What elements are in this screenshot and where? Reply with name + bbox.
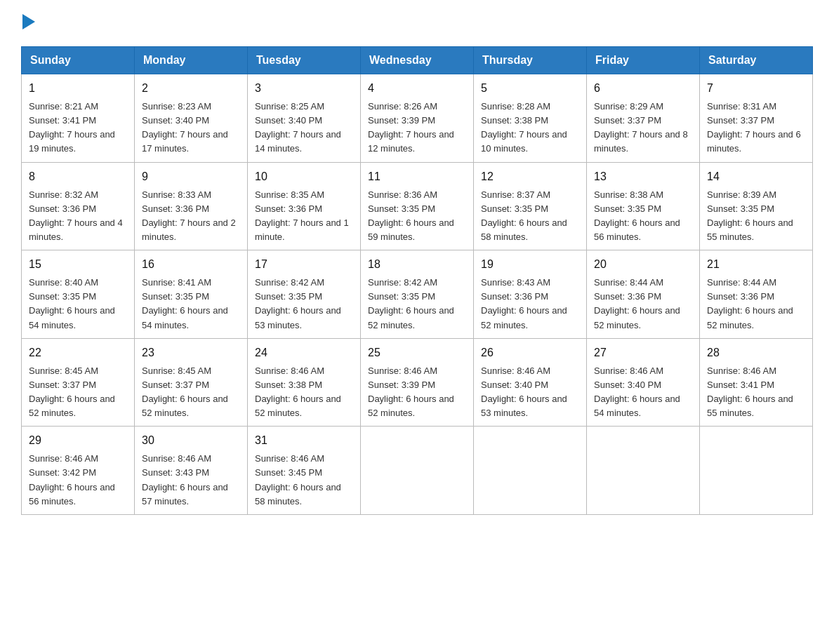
column-header-friday: Friday — [587, 47, 700, 74]
calendar-cell: 20 Sunrise: 8:44 AMSunset: 3:36 PMDaylig… — [587, 250, 700, 339]
calendar-cell: 7 Sunrise: 8:31 AMSunset: 3:37 PMDayligh… — [700, 74, 813, 163]
day-number: 4 — [368, 80, 466, 97]
day-number: 10 — [255, 168, 353, 185]
calendar-cell: 10 Sunrise: 8:35 AMSunset: 3:36 PMDaylig… — [248, 162, 361, 250]
calendar-cell: 13 Sunrise: 8:38 AMSunset: 3:35 PMDaylig… — [587, 162, 700, 250]
calendar-cell: 1 Sunrise: 8:21 AMSunset: 3:41 PMDayligh… — [22, 74, 135, 163]
svg-marker-0 — [22, 14, 35, 29]
calendar-cell: 23 Sunrise: 8:45 AMSunset: 3:37 PMDaylig… — [135, 338, 248, 427]
calendar-cell: 3 Sunrise: 8:25 AMSunset: 3:40 PMDayligh… — [248, 74, 361, 163]
day-info: Sunrise: 8:45 AMSunset: 3:37 PMDaylight:… — [142, 365, 228, 418]
day-number: 19 — [481, 256, 579, 273]
column-header-wednesday: Wednesday — [361, 47, 474, 74]
column-header-sunday: Sunday — [22, 47, 135, 74]
day-number: 24 — [255, 344, 353, 361]
day-info: Sunrise: 8:43 AMSunset: 3:36 PMDaylight:… — [481, 277, 567, 330]
day-info: Sunrise: 8:44 AMSunset: 3:36 PMDaylight:… — [594, 277, 680, 330]
calendar-cell: 8 Sunrise: 8:32 AMSunset: 3:36 PMDayligh… — [22, 162, 135, 250]
calendar-header-row: SundayMondayTuesdayWednesdayThursdayFrid… — [22, 47, 813, 74]
day-info: Sunrise: 8:46 AMSunset: 3:38 PMDaylight:… — [255, 365, 341, 418]
calendar-cell — [474, 427, 587, 515]
day-info: Sunrise: 8:38 AMSunset: 3:35 PMDaylight:… — [594, 189, 680, 242]
day-info: Sunrise: 8:32 AMSunset: 3:36 PMDaylight:… — [29, 189, 123, 242]
column-header-tuesday: Tuesday — [248, 47, 361, 74]
calendar-cell: 29 Sunrise: 8:46 AMSunset: 3:42 PMDaylig… — [22, 427, 135, 515]
column-header-monday: Monday — [135, 47, 248, 74]
day-info: Sunrise: 8:35 AMSunset: 3:36 PMDaylight:… — [255, 189, 349, 242]
day-info: Sunrise: 8:28 AMSunset: 3:38 PMDaylight:… — [481, 101, 567, 154]
day-info: Sunrise: 8:46 AMSunset: 3:40 PMDaylight:… — [594, 365, 680, 418]
calendar-cell: 5 Sunrise: 8:28 AMSunset: 3:38 PMDayligh… — [474, 74, 587, 163]
day-info: Sunrise: 8:29 AMSunset: 3:37 PMDaylight:… — [594, 101, 688, 154]
day-number: 28 — [707, 344, 805, 361]
day-info: Sunrise: 8:42 AMSunset: 3:35 PMDaylight:… — [368, 277, 454, 330]
calendar-cell: 16 Sunrise: 8:41 AMSunset: 3:35 PMDaylig… — [135, 250, 248, 339]
day-number: 11 — [368, 168, 466, 185]
day-number: 30 — [142, 432, 240, 449]
day-number: 14 — [707, 168, 805, 185]
week-row-4: 22 Sunrise: 8:45 AMSunset: 3:37 PMDaylig… — [22, 338, 813, 427]
day-number: 27 — [594, 344, 692, 361]
calendar-cell: 19 Sunrise: 8:43 AMSunset: 3:36 PMDaylig… — [474, 250, 587, 339]
calendar-cell: 14 Sunrise: 8:39 AMSunset: 3:35 PMDaylig… — [700, 162, 813, 250]
day-info: Sunrise: 8:46 AMSunset: 3:41 PMDaylight:… — [707, 365, 793, 418]
day-number: 18 — [368, 256, 466, 273]
day-info: Sunrise: 8:21 AMSunset: 3:41 PMDaylight:… — [29, 101, 115, 154]
day-info: Sunrise: 8:42 AMSunset: 3:35 PMDaylight:… — [255, 277, 341, 330]
day-info: Sunrise: 8:40 AMSunset: 3:35 PMDaylight:… — [29, 277, 115, 330]
day-number: 22 — [29, 344, 127, 361]
day-number: 7 — [707, 80, 805, 97]
day-number: 31 — [255, 432, 353, 449]
week-row-3: 15 Sunrise: 8:40 AMSunset: 3:35 PMDaylig… — [22, 250, 813, 339]
calendar-cell: 2 Sunrise: 8:23 AMSunset: 3:40 PMDayligh… — [135, 74, 248, 163]
calendar-cell: 17 Sunrise: 8:42 AMSunset: 3:35 PMDaylig… — [248, 250, 361, 339]
calendar-cell: 27 Sunrise: 8:46 AMSunset: 3:40 PMDaylig… — [587, 338, 700, 427]
calendar-cell: 31 Sunrise: 8:46 AMSunset: 3:45 PMDaylig… — [248, 427, 361, 515]
day-number: 15 — [29, 256, 127, 273]
day-number: 1 — [29, 80, 127, 97]
calendar-cell — [361, 427, 474, 515]
page-header — [21, 14, 813, 32]
day-number: 20 — [594, 256, 692, 273]
calendar-cell: 24 Sunrise: 8:46 AMSunset: 3:38 PMDaylig… — [248, 338, 361, 427]
week-row-1: 1 Sunrise: 8:21 AMSunset: 3:41 PMDayligh… — [22, 74, 813, 163]
calendar-cell: 15 Sunrise: 8:40 AMSunset: 3:35 PMDaylig… — [22, 250, 135, 339]
column-header-saturday: Saturday — [700, 47, 813, 74]
calendar-cell: 28 Sunrise: 8:46 AMSunset: 3:41 PMDaylig… — [700, 338, 813, 427]
calendar-cell: 21 Sunrise: 8:44 AMSunset: 3:36 PMDaylig… — [700, 250, 813, 339]
day-info: Sunrise: 8:46 AMSunset: 3:39 PMDaylight:… — [368, 365, 454, 418]
calendar-cell: 9 Sunrise: 8:33 AMSunset: 3:36 PMDayligh… — [135, 162, 248, 250]
day-number: 16 — [142, 256, 240, 273]
calendar-cell — [587, 427, 700, 515]
calendar-table: SundayMondayTuesdayWednesdayThursdayFrid… — [21, 46, 813, 515]
day-number: 2 — [142, 80, 240, 97]
day-info: Sunrise: 8:33 AMSunset: 3:36 PMDaylight:… — [142, 189, 236, 242]
calendar-cell — [700, 427, 813, 515]
day-info: Sunrise: 8:45 AMSunset: 3:37 PMDaylight:… — [29, 365, 115, 418]
day-number: 21 — [707, 256, 805, 273]
day-info: Sunrise: 8:39 AMSunset: 3:35 PMDaylight:… — [707, 189, 793, 242]
calendar-cell: 18 Sunrise: 8:42 AMSunset: 3:35 PMDaylig… — [361, 250, 474, 339]
day-info: Sunrise: 8:31 AMSunset: 3:37 PMDaylight:… — [707, 101, 801, 154]
day-number: 13 — [594, 168, 692, 185]
calendar-cell: 4 Sunrise: 8:26 AMSunset: 3:39 PMDayligh… — [361, 74, 474, 163]
day-number: 9 — [142, 168, 240, 185]
day-info: Sunrise: 8:44 AMSunset: 3:36 PMDaylight:… — [707, 277, 793, 330]
day-number: 8 — [29, 168, 127, 185]
day-info: Sunrise: 8:37 AMSunset: 3:35 PMDaylight:… — [481, 189, 567, 242]
day-number: 23 — [142, 344, 240, 361]
calendar-cell: 11 Sunrise: 8:36 AMSunset: 3:35 PMDaylig… — [361, 162, 474, 250]
week-row-2: 8 Sunrise: 8:32 AMSunset: 3:36 PMDayligh… — [22, 162, 813, 250]
day-number: 12 — [481, 168, 579, 185]
day-number: 25 — [368, 344, 466, 361]
day-number: 5 — [481, 80, 579, 97]
calendar-cell: 30 Sunrise: 8:46 AMSunset: 3:43 PMDaylig… — [135, 427, 248, 515]
calendar-cell: 6 Sunrise: 8:29 AMSunset: 3:37 PMDayligh… — [587, 74, 700, 163]
day-info: Sunrise: 8:46 AMSunset: 3:43 PMDaylight:… — [142, 453, 228, 506]
day-info: Sunrise: 8:26 AMSunset: 3:39 PMDaylight:… — [368, 101, 454, 154]
calendar-cell: 25 Sunrise: 8:46 AMSunset: 3:39 PMDaylig… — [361, 338, 474, 427]
day-number: 3 — [255, 80, 353, 97]
day-info: Sunrise: 8:41 AMSunset: 3:35 PMDaylight:… — [142, 277, 228, 330]
day-number: 26 — [481, 344, 579, 361]
day-number: 17 — [255, 256, 353, 273]
